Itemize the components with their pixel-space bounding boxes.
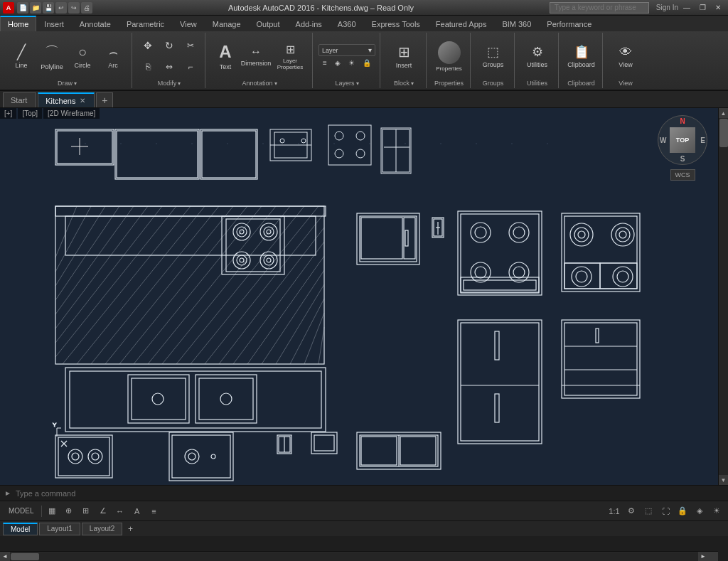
close-button[interactable]: ✕ [711, 2, 725, 14]
tab-close-kitchens[interactable]: ✕ [80, 97, 85, 105]
viewport-plus[interactable]: [+] [0, 108, 16, 119]
qa-print[interactable]: 🖨 [81, 2, 92, 14]
draw-group-label[interactable]: Draw ▾ [58, 80, 77, 87]
compass-center[interactable]: TOP [670, 127, 695, 153]
text-button[interactable]: A Text [211, 38, 240, 75]
layer-btn-4[interactable]: 🔒 [360, 58, 374, 68]
qa-save[interactable]: 💾 [43, 2, 54, 14]
clipboard-group-label[interactable]: Clipboard [567, 80, 595, 87]
arc-button[interactable]: ⌢ Arc [99, 38, 127, 75]
scroll-left-button[interactable]: ◄ [0, 552, 10, 562]
isolate-btn[interactable]: ☀ [710, 504, 724, 518]
groups-group-label[interactable]: Groups [483, 80, 504, 87]
dimension-button[interactable]: ↔ Dimension [242, 38, 270, 75]
scroll-down-button[interactable]: ▼ [719, 475, 729, 485]
view-button[interactable]: 👁 View [611, 38, 640, 75]
circle-button[interactable]: ○ Circle [68, 38, 97, 75]
properties-button[interactable]: Properties [435, 38, 464, 75]
lineweight[interactable]: ≡ [147, 504, 161, 518]
workspace-btn[interactable]: ⬚ [641, 504, 655, 518]
ortho-toggle[interactable]: ⊞ [79, 504, 93, 518]
tab-view[interactable]: View [172, 16, 205, 31]
insert-button[interactable]: ⊞ Insert [386, 38, 422, 75]
qa-redo[interactable]: ↪ [68, 2, 80, 14]
minimize-button[interactable]: — [680, 2, 694, 14]
layer-btn-2[interactable]: ◈ [332, 58, 343, 68]
tab-bim360[interactable]: BIM 360 [494, 16, 539, 31]
scroll-up-button[interactable]: ▲ [719, 108, 729, 118]
annotation-group-label[interactable]: Annotation ▾ [242, 80, 277, 87]
mirror-button[interactable]: ⇔ [159, 57, 179, 77]
canvas-area[interactable]: [+] [Top] [2D Wireframe] [0, 108, 718, 485]
utilities-group-label[interactable]: Utilities [527, 80, 547, 87]
polyline-button[interactable]: ⌒ Polyline [38, 38, 66, 75]
annotate-scale[interactable]: 1:1 [607, 504, 621, 518]
tab-addins[interactable]: Add-ins [288, 16, 330, 31]
layer-btn-3[interactable]: ☀ [346, 58, 358, 68]
tab-featured[interactable]: Featured Apps [428, 16, 495, 31]
wcs-label[interactable]: WCS [670, 169, 695, 181]
trim-button[interactable]: ✂ [181, 36, 200, 55]
sign-in-link[interactable]: Sign In [656, 4, 678, 11]
settings-btn[interactable]: ⚙ [624, 504, 638, 518]
move-button[interactable]: ✥ [138, 36, 158, 55]
utilities-button[interactable]: ⚙ Utilities [523, 38, 552, 75]
snap-ref[interactable]: A [130, 504, 144, 518]
viewcube[interactable]: N S E W TOP WCS [654, 115, 711, 201]
groups-button[interactable]: ⬚ Groups [479, 38, 508, 75]
doc-tab-kitchens[interactable]: Kitchens ✕ [38, 92, 95, 107]
search-input[interactable] [550, 2, 649, 14]
tab-performance[interactable]: Performance [539, 16, 599, 31]
copy-button[interactable]: ⎘ [138, 57, 158, 77]
viewport-view[interactable]: [Top] [18, 108, 42, 119]
restore-button[interactable]: ❐ [695, 2, 710, 14]
view-group-label[interactable]: View [619, 80, 632, 87]
rotate-button[interactable]: ↻ [159, 36, 179, 55]
h-scroll-track[interactable] [10, 552, 698, 561]
h-scroll-thumb[interactable] [11, 553, 39, 560]
block-group-label[interactable]: Block ▾ [394, 80, 414, 87]
qa-undo[interactable]: ↩ [55, 2, 67, 14]
modify-group-label[interactable]: Modify ▾ [158, 80, 181, 87]
qa-open[interactable]: 📁 [30, 2, 41, 14]
snap-toggle[interactable]: ⊕ [62, 504, 76, 518]
layout-tab-layout1[interactable]: Layout1 [39, 523, 80, 535]
lock-btn[interactable]: 🔒 [675, 504, 690, 518]
tab-a360[interactable]: A360 [330, 16, 364, 31]
tab-home[interactable]: Home [0, 16, 36, 31]
layer-dropdown[interactable]: Layer ▾ [318, 44, 375, 56]
grid-toggle[interactable]: ▦ [45, 504, 59, 518]
tab-annotate[interactable]: Annotate [72, 16, 119, 31]
scroll-right-button[interactable]: ► [698, 552, 708, 562]
fillet-button[interactable]: ⌐ [181, 57, 200, 77]
scroll-thumb[interactable] [719, 119, 728, 147]
tab-manage[interactable]: Manage [205, 16, 249, 31]
tab-insert[interactable]: Insert [36, 16, 72, 31]
clipboard-button[interactable]: 📋 Clipboard [567, 38, 596, 75]
layout-tab-layout2[interactable]: Layout2 [82, 523, 123, 535]
line-button[interactable]: ╱ Line [7, 38, 36, 75]
tab-parametric[interactable]: Parametric [119, 16, 172, 31]
new-layout-button[interactable]: + [124, 523, 136, 535]
layer-properties-button[interactable]: ⊞ Layer Properties [272, 38, 308, 75]
scroll-track[interactable] [719, 118, 729, 475]
properties-group-label[interactable]: Properties [434, 80, 464, 87]
command-input[interactable] [16, 489, 724, 498]
polar-toggle[interactable]: ∠ [96, 504, 110, 518]
hardware-accel[interactable]: ◈ [692, 504, 707, 518]
tab-express[interactable]: Express Tools [364, 16, 428, 31]
layers-group-label[interactable]: Layers ▾ [335, 80, 358, 87]
fullscreen-btn[interactable]: ⛶ [658, 504, 673, 518]
svg-point-10 [405, 143, 406, 144]
snap-tracking[interactable]: ↔ [113, 504, 127, 518]
model-status[interactable]: MODEL [4, 506, 38, 516]
layer-btn-1[interactable]: ≡ [320, 58, 330, 68]
tab-output[interactable]: Output [249, 16, 288, 31]
new-tab-button[interactable]: + [96, 92, 113, 107]
viewport-style[interactable]: [2D Wireframe] [43, 108, 100, 119]
compass-ring[interactable]: N S E W TOP [658, 115, 707, 165]
doc-tab-start[interactable]: Start [3, 92, 36, 107]
layout-tab-model[interactable]: Model [3, 523, 38, 535]
ribbon-group-view: 👁 View View [604, 33, 647, 88]
qa-new[interactable]: 📄 [17, 2, 28, 14]
